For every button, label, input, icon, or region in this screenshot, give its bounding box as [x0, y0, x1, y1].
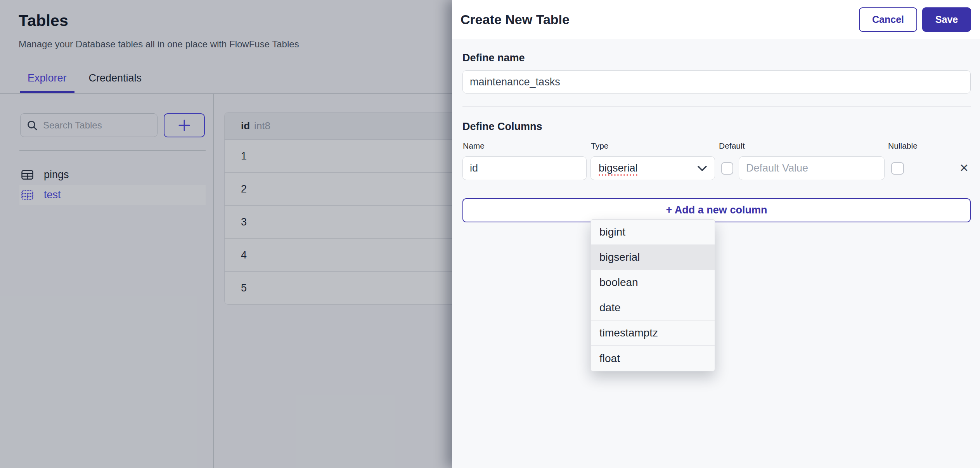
save-button[interactable]: Save [922, 7, 971, 32]
add-column-button[interactable]: + Add a new column [462, 198, 971, 222]
define-name-heading: Define name [462, 39, 971, 64]
column-definition-row: bigserial ✕ [462, 156, 971, 180]
column-field-labels: Name Type Default Nullable [462, 141, 971, 152]
nullable-checkbox[interactable] [891, 162, 904, 175]
modal-dim-overlay[interactable] [0, 0, 452, 468]
panel-title: Create New Table [461, 12, 859, 27]
panel-header: Create New Table Cancel Save [452, 0, 980, 39]
type-option-date[interactable]: date [591, 295, 715, 321]
define-columns-heading: Define Columns [462, 107, 971, 133]
cancel-button[interactable]: Cancel [859, 7, 917, 32]
type-option-timestamptz[interactable]: timestamptz [591, 321, 715, 346]
delete-column-icon[interactable]: ✕ [959, 163, 969, 174]
type-select-value: bigserial [599, 162, 638, 174]
panel-body: Define name Define Columns Name Type Def… [452, 39, 980, 235]
column-type-select[interactable]: bigserial [590, 156, 715, 180]
create-new-table-panel: Create New Table Cancel Save Define name… [452, 0, 980, 468]
label-default: Default [719, 141, 745, 151]
chevron-down-icon [697, 165, 708, 172]
default-value-input[interactable] [739, 156, 885, 180]
label-type: Type [591, 141, 609, 151]
bottom-divider [462, 235, 971, 236]
table-name-input[interactable] [462, 70, 971, 94]
type-option-bigserial[interactable]: bigserial [591, 245, 715, 270]
type-option-boolean[interactable]: boolean [591, 270, 715, 295]
type-option-float[interactable]: float [591, 346, 715, 371]
label-nullable: Nullable [888, 141, 918, 151]
default-checkbox[interactable] [721, 162, 733, 175]
column-name-input[interactable] [462, 156, 587, 180]
type-option-bigint[interactable]: bigint [591, 220, 715, 245]
label-name: Name [463, 141, 485, 151]
type-dropdown-menu: bigint bigserial boolean date timestampt… [590, 219, 715, 371]
